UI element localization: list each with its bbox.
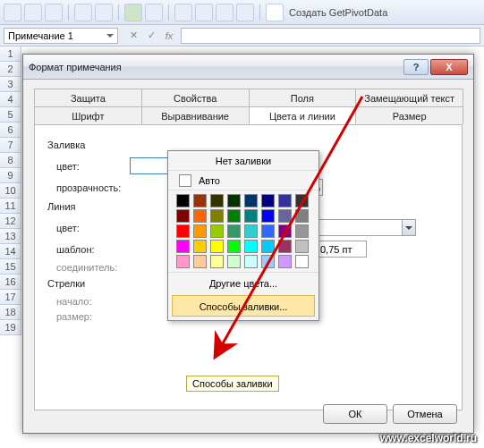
row-header[interactable]: 1 xyxy=(0,46,21,62)
close-button[interactable]: X xyxy=(430,59,468,75)
row-header[interactable]: 19 xyxy=(0,320,21,335)
row-header[interactable]: 10 xyxy=(0,183,21,199)
row-header[interactable]: 5 xyxy=(0,107,21,123)
tab-поля[interactable]: Поля xyxy=(249,89,357,106)
label-size: размер: xyxy=(47,311,130,322)
row-header[interactable]: 16 xyxy=(0,275,21,290)
toolbar-icon[interactable] xyxy=(24,4,42,21)
row-header[interactable]: 14 xyxy=(0,244,21,259)
toolbar-label[interactable]: Создать GetPivotData xyxy=(286,7,390,18)
color-swatch[interactable] xyxy=(227,240,241,253)
toolbar-icon[interactable] xyxy=(195,4,213,21)
name-box[interactable]: Примечание 1 xyxy=(4,28,118,44)
color-swatch[interactable] xyxy=(227,255,241,268)
color-swatch[interactable] xyxy=(176,194,190,207)
row-header[interactable]: 18 xyxy=(0,305,21,320)
tab-размер[interactable]: Размер xyxy=(355,106,463,124)
color-swatch[interactable] xyxy=(244,240,258,253)
row-header[interactable]: 15 xyxy=(0,259,21,275)
color-swatch[interactable] xyxy=(261,255,275,268)
row-header[interactable]: 7 xyxy=(0,138,21,153)
color-swatch[interactable] xyxy=(295,224,309,238)
color-swatch[interactable] xyxy=(176,209,190,223)
label-template: шаблон: xyxy=(47,244,130,255)
row-header[interactable]: 13 xyxy=(0,229,21,244)
tab-цвета-и-линии[interactable]: Цвета и линии xyxy=(249,106,357,124)
row-header[interactable]: 17 xyxy=(0,290,21,305)
auto-option[interactable]: Авто xyxy=(168,171,318,190)
fx-icon[interactable]: fx xyxy=(161,28,177,44)
tab-выравнивание[interactable]: Выравнивание xyxy=(141,106,250,124)
toolbar-icon[interactable] xyxy=(4,4,21,21)
toolbar-icon[interactable] xyxy=(174,4,192,21)
tab-свойства[interactable]: Свойства xyxy=(141,89,250,106)
color-swatch[interactable] xyxy=(278,194,292,207)
formula-input[interactable] xyxy=(181,28,480,44)
weight-value[interactable] xyxy=(318,241,367,258)
tab-защита[interactable]: Защита xyxy=(34,89,142,106)
color-swatch[interactable] xyxy=(227,194,241,207)
line-type-combo[interactable] xyxy=(318,219,416,236)
color-swatch[interactable] xyxy=(244,209,258,223)
toolbar-icon[interactable] xyxy=(124,4,142,21)
color-swatch[interactable] xyxy=(261,209,275,223)
row-header[interactable]: 11 xyxy=(0,199,21,214)
color-swatch[interactable] xyxy=(244,255,258,268)
dialog-titlebar[interactable]: Формат примечания ? X xyxy=(23,55,473,80)
color-swatch[interactable] xyxy=(176,255,190,268)
toolbar-icon[interactable] xyxy=(45,4,63,21)
dropdown-icon[interactable] xyxy=(402,220,415,235)
color-swatch[interactable] xyxy=(244,194,258,207)
color-swatch[interactable] xyxy=(210,194,224,207)
other-colors-option[interactable]: Другие цвета... xyxy=(168,272,318,293)
toolbar-icon[interactable] xyxy=(95,4,113,21)
color-swatch[interactable] xyxy=(261,240,275,253)
color-swatch[interactable] xyxy=(176,224,190,238)
color-swatch[interactable] xyxy=(210,224,224,238)
row-header[interactable]: 4 xyxy=(0,92,21,107)
color-swatch[interactable] xyxy=(210,209,224,223)
color-swatch[interactable] xyxy=(261,224,275,238)
toolbar-icon[interactable] xyxy=(145,4,163,21)
row-header[interactable]: 6 xyxy=(0,123,21,138)
color-swatch[interactable] xyxy=(210,255,224,268)
color-swatch[interactable] xyxy=(227,209,241,223)
color-swatch[interactable] xyxy=(278,224,292,238)
color-swatch[interactable] xyxy=(295,194,309,207)
row-header[interactable]: 2 xyxy=(0,62,21,77)
color-swatch[interactable] xyxy=(193,194,207,207)
color-swatch[interactable] xyxy=(278,255,292,268)
color-swatch[interactable] xyxy=(193,224,207,238)
row-header[interactable]: 9 xyxy=(0,168,21,183)
fill-methods-option[interactable]: Способы заливки... xyxy=(172,295,315,317)
no-fill-option[interactable]: Нет заливки xyxy=(168,151,318,171)
color-swatch[interactable] xyxy=(210,240,224,253)
color-swatch[interactable] xyxy=(261,194,275,207)
cancel-icon[interactable]: ✕ xyxy=(125,28,141,44)
color-swatch[interactable] xyxy=(295,240,309,253)
color-swatch[interactable] xyxy=(193,209,207,223)
row-header[interactable]: 3 xyxy=(0,77,21,92)
cancel-button[interactable]: Отмена xyxy=(393,404,457,424)
checkbox-icon[interactable] xyxy=(266,4,284,21)
enter-icon[interactable]: ✓ xyxy=(143,28,159,44)
toolbar-icon[interactable] xyxy=(216,4,234,21)
toolbar-icon[interactable] xyxy=(74,4,92,21)
color-swatch[interactable] xyxy=(278,240,292,253)
color-swatch[interactable] xyxy=(193,255,207,268)
color-swatch[interactable] xyxy=(295,209,309,223)
color-swatch[interactable] xyxy=(193,240,207,253)
toolbar-icon[interactable] xyxy=(236,4,254,21)
row-header[interactable]: 12 xyxy=(0,214,21,229)
color-swatch[interactable] xyxy=(278,209,292,223)
color-swatch[interactable] xyxy=(244,224,258,238)
ok-button[interactable]: ОК xyxy=(323,404,387,424)
tab-замещающий-текст[interactable]: Замещающий текст xyxy=(355,89,463,106)
color-swatch[interactable] xyxy=(227,224,241,238)
help-button[interactable]: ? xyxy=(403,59,429,75)
name-box-dropdown[interactable] xyxy=(106,34,114,38)
row-header[interactable]: 8 xyxy=(0,153,21,168)
color-swatch[interactable] xyxy=(176,240,190,253)
tab-шрифт[interactable]: Шрифт xyxy=(34,106,142,124)
color-swatch[interactable] xyxy=(295,255,309,268)
